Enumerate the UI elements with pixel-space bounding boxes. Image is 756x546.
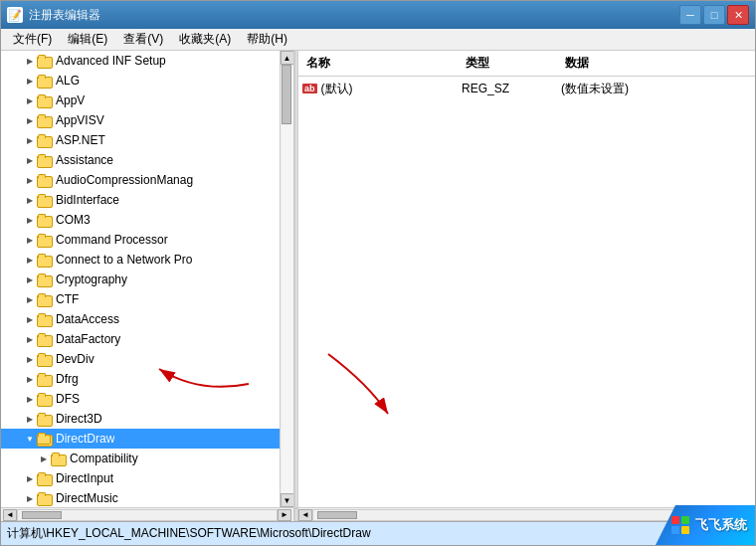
tree-item-com3[interactable]: COM3 xyxy=(1,210,293,230)
minimize-button[interactable]: ─ xyxy=(679,5,701,25)
folder-icon xyxy=(37,332,53,346)
expand-arrow[interactable] xyxy=(23,233,37,247)
expand-arrow[interactable] xyxy=(23,74,37,88)
folder-icon xyxy=(37,133,53,147)
tree-item-direct3d[interactable]: Direct3D xyxy=(1,409,293,429)
reg-name-cell: ab (默认) xyxy=(302,81,462,97)
tree-item-aspnet[interactable]: ASP.NET xyxy=(1,130,293,150)
tree-item-label: DataFactory xyxy=(56,332,120,346)
tree-item-label: ASP.NET xyxy=(56,133,105,147)
folder-icon xyxy=(51,452,67,465)
tree-item-label: CTF xyxy=(56,292,79,306)
hscroll-left-btn[interactable]: ◄ xyxy=(3,509,17,521)
folder-icon xyxy=(37,392,53,406)
tree-item-command-processor[interactable]: Command Processor xyxy=(1,230,293,250)
expand-arrow[interactable] xyxy=(23,54,37,68)
folder-icon xyxy=(37,253,53,267)
tree-item-label: Command Processor xyxy=(56,233,168,247)
expand-arrow[interactable] xyxy=(23,133,37,147)
tree-item-assistance[interactable]: Assistance xyxy=(1,150,293,170)
tree-item-label: Advanced INF Setup xyxy=(56,54,166,68)
tree-item-dfrg[interactable]: Dfrg xyxy=(1,369,293,389)
scroll-down-button[interactable]: ▼ xyxy=(281,493,294,507)
folder-icon xyxy=(37,273,53,286)
expand-arrow[interactable] xyxy=(23,213,37,227)
tree-item-appv[interactable]: AppV xyxy=(1,91,293,110)
maximize-button[interactable]: □ xyxy=(703,5,725,25)
folder-icon xyxy=(37,153,53,167)
reg-row-default[interactable]: ab (默认) REG_SZ (数值未设置) xyxy=(298,79,755,98)
tree-item-dfs[interactable]: DFS xyxy=(1,389,293,409)
tree-item-label: AppVISV xyxy=(56,113,104,127)
tree-item-devdiv[interactable]: DevDiv xyxy=(1,349,293,369)
tree-item-directinput[interactable]: DirectInput xyxy=(1,468,293,488)
expand-arrow[interactable] xyxy=(23,412,37,426)
hscroll-thumb-right[interactable] xyxy=(317,511,357,519)
tree-item-connect-network[interactable]: Connect to a Network Pro xyxy=(1,250,293,270)
col-header-name: 名称 xyxy=(298,53,458,74)
folder-icon xyxy=(37,233,53,247)
tree-item-label: BidInterface xyxy=(56,193,119,207)
tree-item-directmusic[interactable]: DirectMusic xyxy=(1,488,293,507)
tree-item-alg[interactable]: ALG xyxy=(1,71,293,91)
folder-icon xyxy=(37,113,53,127)
folder-icon xyxy=(37,193,53,207)
status-path: 计算机\HKEY_LOCAL_MACHINE\SOFTWARE\Microsof… xyxy=(7,525,371,542)
tree-item-appvisv[interactable]: AppVISV xyxy=(1,110,293,130)
title-bar: 📝 注册表编辑器 ─ □ ✕ xyxy=(1,1,755,29)
right-panel: 名称 类型 数据 ab (默认) REG_SZ (数值未设置) xyxy=(298,51,755,507)
expand-arrow[interactable] xyxy=(23,352,37,366)
scroll-up-button[interactable]: ▲ xyxy=(281,51,294,65)
tree-item-datafactory[interactable]: DataFactory xyxy=(1,329,293,349)
tree-item-label: Assistance xyxy=(56,153,113,167)
expand-arrow[interactable] xyxy=(23,332,37,346)
tree-item-audiocompression[interactable]: AudioCompressionManag xyxy=(1,170,293,190)
menu-edit[interactable]: 编辑(E) xyxy=(60,29,115,50)
menu-file[interactable]: 文件(F) xyxy=(5,29,60,50)
folder-icon xyxy=(37,491,53,505)
expand-arrow[interactable] xyxy=(23,392,37,406)
expand-arrow[interactable] xyxy=(23,372,37,386)
logo-sq-red xyxy=(671,516,679,524)
left-hscroll[interactable]: ◄ ► xyxy=(1,508,294,521)
tree-item-bidinterface[interactable]: BidInterface xyxy=(1,190,293,210)
expand-arrow[interactable] xyxy=(23,113,37,127)
menu-favorites[interactable]: 收藏夹(A) xyxy=(171,29,239,50)
tree-item-compatibility[interactable]: Compatibility xyxy=(1,449,293,468)
expand-arrow[interactable] xyxy=(23,153,37,167)
expand-arrow[interactable] xyxy=(23,491,37,505)
expand-arrow[interactable] xyxy=(23,253,37,267)
expand-arrow[interactable] xyxy=(23,173,37,187)
tree-scroll[interactable]: Advanced INF Setup ALG AppV AppVISV xyxy=(1,51,293,507)
hscroll-right-left-btn[interactable]: ◄ xyxy=(298,509,312,521)
menu-view[interactable]: 查看(V) xyxy=(115,29,171,50)
tree-item-label: Compatibility xyxy=(70,452,138,465)
tree-item-label: AudioCompressionManag xyxy=(56,173,193,187)
tree-item-dataaccess[interactable]: DataAccess xyxy=(1,309,293,329)
expand-arrow[interactable] xyxy=(23,93,37,107)
expand-arrow-directdraw[interactable] xyxy=(23,432,37,446)
main-content: Advanced INF Setup ALG AppV AppVISV xyxy=(1,51,755,507)
tree-item-ctf[interactable]: CTF xyxy=(1,289,293,309)
menu-help[interactable]: 帮助(H) xyxy=(239,29,295,50)
tree-item-label: COM3 xyxy=(56,213,91,227)
folder-icon xyxy=(37,471,53,485)
expand-arrow[interactable] xyxy=(37,452,51,465)
expand-arrow[interactable] xyxy=(23,292,37,306)
scroll-thumb[interactable] xyxy=(282,65,291,124)
tree-item-label: DirectMusic xyxy=(56,491,118,505)
tree-item-directdraw[interactable]: DirectDraw xyxy=(1,429,293,449)
tree-item-cryptography[interactable]: Cryptography xyxy=(1,270,293,289)
hscroll-right-btn[interactable]: ► xyxy=(278,509,291,521)
right-content: ab (默认) REG_SZ (数值未设置) xyxy=(298,77,755,294)
expand-arrow[interactable] xyxy=(23,312,37,326)
expand-arrow[interactable] xyxy=(23,471,37,485)
expand-arrow[interactable] xyxy=(23,193,37,207)
tree-item-advanced-inf[interactable]: Advanced INF Setup xyxy=(1,51,293,71)
tree-item-label: DirectDraw xyxy=(56,432,114,446)
hscroll-thumb-left[interactable] xyxy=(22,511,62,519)
close-button[interactable]: ✕ xyxy=(727,5,749,25)
hscroll-track-left[interactable] xyxy=(17,509,278,521)
expand-arrow[interactable] xyxy=(23,273,37,286)
tree-panel: Advanced INF Setup ALG AppV AppVISV xyxy=(1,51,294,507)
